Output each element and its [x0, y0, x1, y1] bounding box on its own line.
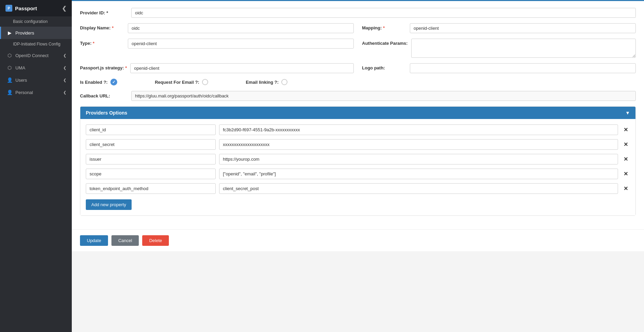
type-label: Type: *: [80, 39, 124, 46]
remove-option-4[interactable]: ✕: [621, 185, 630, 192]
option-key-4[interactable]: [86, 183, 216, 194]
type-group: Type: *: [80, 39, 354, 58]
sidebar-item-uma[interactable]: ⬡ UMA ❮: [0, 62, 72, 74]
option-row-3: ✕: [86, 169, 630, 179]
option-row-4: ✕: [86, 183, 630, 194]
is-enabled-checkbox[interactable]: ✓: [110, 79, 117, 85]
email-linking-radio[interactable]: [281, 79, 287, 85]
option-key-2[interactable]: [86, 154, 216, 164]
authenticate-params-group: Authenticate Params:: [362, 39, 636, 58]
personal-icon: 👤: [6, 90, 13, 95]
callback-url-row: Callback URL:: [80, 91, 636, 101]
users-chevron-icon: ❮: [63, 78, 66, 82]
logo-path-label: Logo path:: [362, 63, 406, 70]
option-row-2: ✕: [86, 154, 630, 164]
type-input[interactable]: [128, 39, 354, 49]
providers-options-body: ✕ ✕ ✕ ✕: [80, 119, 635, 215]
email-linking-label: Email linking ?:: [246, 80, 279, 85]
passport-strategy-label: Passport.js strategy: *: [80, 63, 127, 70]
callback-url-label: Callback URL:: [80, 93, 128, 98]
sidebar-header: P Passport ❮: [0, 0, 72, 16]
authenticate-params-input[interactable]: [411, 39, 636, 58]
personal-chevron-icon: ❮: [63, 90, 66, 95]
request-for-email-radio[interactable]: [202, 79, 208, 85]
is-enabled-group: Is Enabled ?: ✓: [80, 79, 117, 85]
provider-id-label: Provider ID: *: [80, 10, 128, 15]
authenticate-params-label: Authenticate Params:: [362, 39, 408, 46]
sidebar-item-users[interactable]: 👤 Users ❮: [0, 74, 72, 86]
openid-icon: ⬡: [6, 53, 13, 58]
request-for-email-label: Request For Email ?:: [155, 80, 199, 85]
sidebar-collapse-button[interactable]: ❮: [62, 5, 66, 12]
display-name-group: Display Name: *: [80, 23, 354, 33]
providers-chevron-icon: ▶: [6, 30, 13, 36]
sidebar-header-left: P Passport: [5, 5, 37, 12]
provider-id-required: *: [106, 10, 108, 15]
providers-options-header[interactable]: Providers Options ▼: [80, 107, 635, 119]
display-name-label: Display Name: *: [80, 23, 124, 30]
option-value-3[interactable]: [219, 169, 618, 179]
mapping-input[interactable]: [410, 23, 636, 33]
providers-options-section: Providers Options ▼ ✕ ✕: [80, 106, 636, 216]
option-key-3[interactable]: [86, 169, 216, 179]
sidebar: P Passport ❮ Basic configuration ▶ Provi…: [0, 0, 72, 332]
main-content: Provider ID: * Display Name: * Mapping: …: [72, 0, 644, 332]
remove-option-3[interactable]: ✕: [621, 170, 630, 178]
app-title: Passport: [15, 5, 37, 11]
openid-chevron-icon: ❮: [63, 53, 66, 58]
content-area: Provider ID: * Display Name: * Mapping: …: [72, 1, 644, 229]
sidebar-item-basic-config[interactable]: Basic configuration: [0, 16, 72, 27]
logo-path-input[interactable]: [410, 63, 636, 73]
is-enabled-label: Is Enabled ?:: [80, 80, 108, 85]
callback-url-input[interactable]: [131, 91, 636, 101]
logo-path-group: Logo path:: [362, 63, 636, 73]
bottom-actions: Update Cancel Delete: [72, 229, 644, 251]
option-row-0: ✕: [86, 124, 630, 135]
providers-options-title: Providers Options: [86, 110, 127, 116]
update-button[interactable]: Update: [80, 235, 108, 246]
request-email-group: Request For Email ?:: [155, 79, 208, 85]
remove-option-0[interactable]: ✕: [621, 126, 630, 134]
option-row-1: ✕: [86, 139, 630, 150]
remove-option-2[interactable]: ✕: [621, 155, 630, 163]
uma-chevron-icon: ❮: [63, 66, 66, 70]
uma-icon: ⬡: [6, 65, 13, 70]
mapping-group: Mapping: *: [362, 23, 636, 33]
cancel-button[interactable]: Cancel: [111, 235, 139, 246]
providers-options-collapse-icon: ▼: [625, 110, 630, 116]
type-auth-row: Type: * Authenticate Params:: [80, 39, 636, 58]
passport-strategy-input[interactable]: [130, 63, 354, 73]
sidebar-item-providers[interactable]: ▶ Providers: [0, 27, 72, 39]
passport-strategy-group: Passport.js strategy: *: [80, 63, 354, 73]
passport-icon: P: [5, 5, 12, 12]
provider-id-row: Provider ID: *: [80, 8, 636, 18]
strategy-logo-row: Passport.js strategy: * Logo path:: [80, 63, 636, 73]
sidebar-item-idp-flows[interactable]: IDP-Initiated Flows Config: [0, 39, 72, 49]
display-mapping-row: Display Name: * Mapping: *: [80, 23, 636, 33]
option-value-2[interactable]: [219, 154, 618, 164]
toggles-row: Is Enabled ?: ✓ Request For Email ?: Ema…: [80, 79, 636, 85]
option-key-0[interactable]: [86, 124, 216, 135]
sidebar-item-personal[interactable]: 👤 Personal ❮: [0, 86, 72, 98]
email-linking-group: Email linking ?:: [246, 79, 287, 85]
provider-id-input[interactable]: [131, 8, 636, 18]
remove-option-1[interactable]: ✕: [621, 141, 630, 148]
mapping-label: Mapping: *: [362, 23, 406, 30]
option-value-4[interactable]: [219, 183, 618, 194]
display-name-input[interactable]: [128, 23, 354, 33]
users-icon: 👤: [6, 77, 13, 83]
sidebar-item-openid-connect[interactable]: ⬡ OpenID Connect ❮: [0, 49, 72, 62]
option-value-0[interactable]: [219, 124, 618, 135]
add-property-button[interactable]: Add new property: [86, 199, 132, 210]
option-value-1[interactable]: [219, 139, 618, 150]
delete-button[interactable]: Delete: [142, 235, 169, 246]
option-key-1[interactable]: [86, 139, 216, 150]
